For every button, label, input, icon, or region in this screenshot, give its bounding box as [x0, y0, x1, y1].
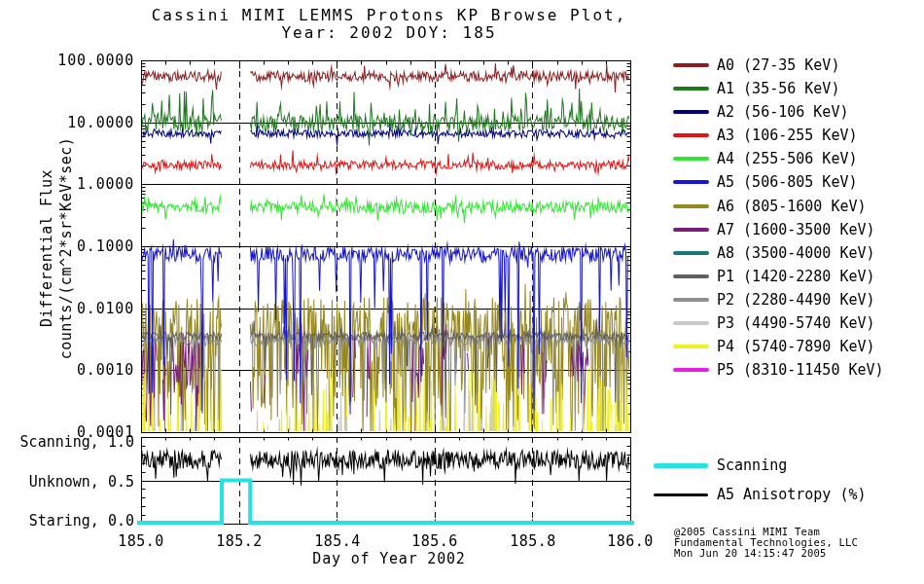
legend-label-p2: P2 (2280-4490 KeV)	[717, 291, 875, 309]
legend-label-a5: A5 (506-805 KeV)	[717, 173, 858, 191]
status-tick-scanning: Scanning, 1.0	[2, 433, 134, 451]
y-tick-100: 100.0000	[14, 52, 134, 69]
legend-label-a7: A7 (1600-3500 KeV)	[717, 221, 875, 238]
y-tick-0p001: 0.0010	[14, 361, 134, 379]
legend-swatch-a0	[673, 63, 709, 67]
legend-item-a1: A1 (35-56 KeV)	[673, 81, 839, 96]
legend-swatch-p3	[673, 321, 709, 325]
x-tick-185p6: 185.6	[394, 532, 476, 550]
legend-label-a0: A0 (27-35 KeV)	[717, 56, 839, 74]
x-axis-label: Day of Year 2002	[241, 550, 537, 567]
y-tick-0p01: 0.0100	[14, 300, 134, 317]
legend-label-a3: A3 (106-255 KeV)	[717, 127, 858, 144]
x-tick-185p2: 185.2	[198, 532, 280, 550]
legend-item-a5: A5 (506-805 KeV)	[673, 174, 858, 190]
legend-label-a2: A2 (56-106 KeV)	[717, 103, 848, 121]
legend-item-anisotropy: A5 Anisotropy (%)	[654, 487, 867, 502]
legend-swatch-a2	[673, 110, 709, 114]
legend-item-a3: A3 (106-255 KeV)	[673, 128, 858, 143]
legend-swatch-p5b	[673, 391, 709, 395]
legend-item-p2: P2 (2280-4490 KeV)	[673, 292, 875, 308]
legend-swatch-p2	[673, 298, 709, 302]
legend-label-anisotropy: A5 Anisotropy (%)	[717, 486, 867, 503]
legend-item-p4: P4 (5740-7890 KeV)	[673, 339, 875, 354]
legend-swatch-a5	[673, 180, 709, 184]
legend-item-p3: P3 (4490-5740 KeV)	[673, 315, 875, 331]
legend-item-a0: A0 (27-35 KeV)	[673, 57, 839, 73]
legend-swatch-a8	[673, 251, 709, 255]
x-tick-186p0: 186.0	[589, 532, 671, 550]
status-tick-staring: Staring, 0.0	[2, 512, 134, 529]
legend-item-a7: A7 (1600-3500 KeV)	[673, 222, 875, 237]
legend-label-a8: A8 (3500-4000 KeV)	[717, 244, 875, 262]
browse-plot-page: Cassini MIMI LEMMS Protons KP Browse Plo…	[0, 0, 924, 584]
legend-swatch-p5	[673, 368, 709, 372]
x-tick-185p4: 185.4	[297, 532, 378, 550]
legend-swatch-scanning	[654, 463, 708, 468]
legend-swatch-p1	[673, 274, 709, 278]
legend-label-p4: P4 (5740-7890 KeV)	[717, 338, 875, 355]
legend-item-a4: A4 (255-506 KeV)	[673, 151, 858, 166]
credit-block: @2005 Cassini MIMI Team Fundamental Tech…	[674, 527, 858, 559]
y-tick-1: 1.0000	[14, 175, 134, 193]
legend-label-a4: A4 (255-506 KeV)	[717, 150, 858, 167]
plot-title-line1: Cassini MIMI LEMMS Protons KP Browse Plo…	[92, 6, 686, 24]
legend-label-a6: A6 (805-1600 KeV)	[717, 198, 867, 215]
legend-item-a2: A2 (56-106 KeV)	[673, 104, 848, 120]
x-tick-185p8: 185.8	[492, 532, 574, 550]
legend-swatch-a6	[673, 204, 709, 208]
legend-item-a8: A8 (3500-4000 KeV)	[673, 245, 875, 261]
y-tick-10: 10.0000	[14, 114, 134, 131]
legend-item-scanning: Scanning	[654, 457, 787, 473]
legend-swatch-p4	[673, 345, 709, 348]
legend-swatch-a1	[673, 87, 709, 91]
legend-label-scanning: Scanning	[717, 456, 787, 474]
legend-swatch-a4	[673, 157, 709, 161]
legend-swatch-a3	[673, 133, 709, 137]
credit-line3: Mon Jun 20 14:15:47 2005	[674, 548, 858, 559]
legend-label-p1: P1 (1420-2280 KeV)	[717, 268, 875, 285]
x-tick-185p0: 185.0	[100, 532, 182, 550]
plot-title-line2: Year: 2002 DOY: 185	[92, 23, 686, 42]
legend-label-a1: A1 (35-56 KeV)	[717, 80, 839, 97]
legend-label-p5: P5 (8310-11450 KeV)	[717, 361, 884, 379]
legend-item-p5b	[673, 385, 717, 401]
legend-item-p5: P5 (8310-11450 KeV)	[673, 362, 884, 378]
legend-item-p1: P1 (1420-2280 KeV)	[673, 269, 875, 284]
legend-item-a6: A6 (805-1600 KeV)	[673, 199, 867, 214]
y-tick-0p1: 0.1000	[14, 237, 134, 255]
legend-swatch-anisotropy	[654, 493, 708, 496]
status-tick-unknown: Unknown, 0.5	[2, 473, 134, 491]
legend-swatch-a7	[673, 228, 709, 232]
legend-label-p3: P3 (4490-5740 KeV)	[717, 314, 875, 332]
